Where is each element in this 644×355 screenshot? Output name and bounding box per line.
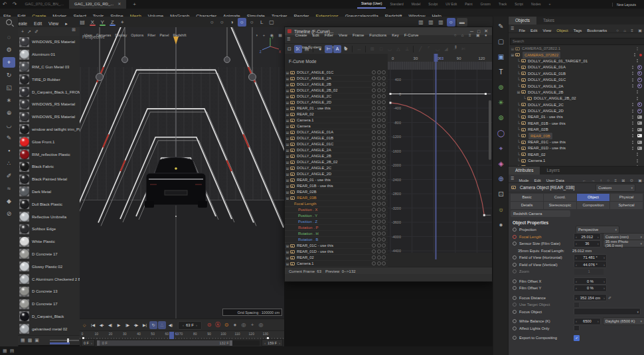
timeline-track[interactable]: ⊞DOLLY_ANGLE_2D	[285, 171, 388, 177]
stepper-up-icon[interactable]: ›	[604, 279, 605, 283]
camera-badge-icon[interactable]	[637, 128, 642, 131]
material-item[interactable]: Dark Metal	[18, 186, 80, 198]
value-stepper[interactable]: ‹352.154 cm›	[574, 294, 607, 301]
playhead[interactable]	[169, 332, 174, 339]
track-toggle-icon[interactable]	[372, 124, 376, 128]
track-toggle-icon[interactable]	[382, 226, 386, 230]
stepper-down-icon[interactable]: ‹	[576, 279, 577, 283]
expander-icon[interactable]: ⊞	[285, 118, 290, 123]
autokey-button[interactable]: Ⓐ	[214, 321, 222, 329]
camera-badge-icon[interactable]	[637, 115, 642, 119]
timeline-scrollbar[interactable]	[489, 100, 491, 160]
track-toggle-icon[interactable]	[372, 166, 376, 170]
record-keyframe-button[interactable]: ⊙	[205, 321, 213, 329]
material-item[interactable]: C Aluminum Checkered 2 B.	[18, 273, 80, 285]
record-position-button[interactable]: ●	[231, 321, 239, 329]
expander-icon[interactable]: ⊞	[285, 154, 290, 159]
material-item[interactable]: Aluminum 01	[18, 48, 80, 61]
document-tab[interactable]: GAC_120_CG_RD_...✕	[69, 0, 126, 9]
timeline-track[interactable]: Rotation . H	[285, 231, 388, 237]
value-stepper[interactable]: ‹0 %›	[574, 277, 607, 285]
add-material-icon[interactable]: +	[21, 29, 24, 34]
expander-icon[interactable]: ⊞	[285, 148, 290, 153]
ease-in-icon[interactable]: ◡	[434, 45, 442, 53]
track-toggle-icon[interactable]	[377, 220, 381, 224]
cube-icon[interactable]: ▣	[495, 51, 507, 62]
timeline-track[interactable]: ⊞REAR_02	[285, 111, 388, 117]
grid-icon[interactable]: ▢	[268, 18, 276, 27]
visibility-dots-icon[interactable]	[632, 72, 633, 73]
keyframe-dot-icon[interactable]	[513, 303, 517, 307]
keyframe-dot-icon[interactable]	[513, 255, 517, 259]
expander-icon[interactable]: ⊞	[285, 106, 290, 111]
snap-l-icon[interactable]: L	[258, 18, 266, 27]
bend-tool[interactable]: ◡	[3, 120, 15, 131]
stepper-up-icon[interactable]: ›	[604, 255, 605, 259]
ease-out-icon[interactable]: ◢	[442, 45, 450, 53]
scale-tool[interactable]: ◱	[3, 82, 15, 93]
anchor-icon[interactable]: ⊥	[403, 45, 411, 53]
record-parameter-button[interactable]: ◎	[257, 321, 265, 329]
material-item[interactable]: RIM_reflective Plastic	[18, 148, 80, 161]
material-item[interactable]: Dull Black Plastic	[18, 198, 80, 210]
objects-menu-item[interactable]: Bookmarks	[584, 27, 609, 35]
cloner-icon[interactable]: ✳	[495, 97, 507, 108]
axis-x-button[interactable]: X	[88, 18, 97, 27]
coordinate-system-icon[interactable]: ⌖	[118, 18, 127, 27]
search-tool[interactable]	[3, 19, 15, 30]
object-tree-row[interactable]: └DOLLY_ANGLE_2C	[509, 102, 644, 107]
material-item[interactable]: Black Painted Metal	[18, 173, 80, 186]
track-toggle-icon[interactable]	[372, 106, 376, 110]
pen-tool[interactable]: ✎	[3, 133, 15, 143]
expander-icon[interactable]: ⊞	[510, 46, 515, 51]
track-toggle-icon[interactable]	[372, 208, 376, 212]
hand-icon[interactable]: ●	[485, 33, 487, 37]
visibility-dots-icon[interactable]	[637, 59, 638, 60]
up-icon[interactable]: ↑	[600, 178, 602, 182]
timeline-track[interactable]: ⊞DOLLY_ANGLE_2A	[285, 76, 388, 82]
range-track[interactable]: 0 F 132 F	[97, 340, 260, 346]
layout-tab[interactable]: Script	[511, 1, 527, 8]
range-end-field[interactable]: ‹159 F›	[262, 339, 283, 346]
object-tree-row[interactable]: └Camera.1	[509, 158, 644, 164]
timeline-track[interactable]: ⊞Camera.1	[285, 261, 388, 267]
track-toggle-icon[interactable]	[372, 178, 376, 182]
visibility-dots-icon[interactable]	[632, 78, 633, 80]
grid-view-icon[interactable]: ▩	[28, 338, 33, 343]
undo-icon[interactable]: ↶	[3, 0, 7, 9]
track-toggle-icon[interactable]	[382, 220, 386, 224]
category-tab[interactable]: Physical	[610, 194, 643, 201]
timeline-track[interactable]: ⊞DOLLY_ANGLE_01B	[285, 135, 388, 141]
timeline-track[interactable]: ⊞REAR_01D - use this	[285, 249, 388, 255]
track-toggle-icon[interactable]	[377, 214, 381, 218]
points-tool[interactable]: ∴	[3, 158, 15, 169]
track-toggle-icon[interactable]	[372, 136, 376, 140]
icon-view-icon[interactable]: ▣	[35, 338, 39, 343]
track-toggle-icon[interactable]	[372, 76, 376, 80]
keyframe-dot-icon[interactable]	[513, 263, 517, 267]
track-toggle-icon[interactable]	[382, 106, 386, 110]
dropdown-select[interactable]: 35 mm Photo (36.0 mm)▾	[603, 240, 644, 248]
track-toggle-icon[interactable]	[382, 124, 386, 128]
pen-icon[interactable]: ✎	[495, 21, 507, 32]
track-toggle-icon[interactable]	[372, 118, 376, 122]
filter-icon[interactable]: ≡	[614, 178, 617, 182]
track-toggle-icon[interactable]	[372, 244, 376, 248]
home-icon[interactable]: ⌂	[623, 29, 626, 33]
text-icon[interactable]: T	[495, 66, 507, 78]
timeline-menu-item[interactable]: Edit	[309, 31, 321, 39]
track-toggle-icon[interactable]	[377, 184, 381, 188]
track-toggle-icon[interactable]	[382, 261, 386, 265]
expander-icon[interactable]: ⊞	[285, 160, 290, 165]
filter-icon[interactable]: ≡	[469, 33, 471, 37]
value-stepper[interactable]: ‹71.481 °›	[574, 254, 607, 261]
timeline-track[interactable]: ⊞REAR_01C - use this	[285, 243, 388, 249]
track-toggle-icon[interactable]	[372, 184, 376, 188]
object-tree-row[interactable]: ⊞DOLLY_ANGLE_2B	[509, 89, 644, 95]
expander-icon[interactable]: ⊞	[285, 94, 290, 99]
expander-icon[interactable]: ⊞	[510, 52, 515, 57]
object-tree-row[interactable]: └DOLLY_ANGLE_01B	[509, 70, 644, 76]
category-tab[interactable]: Spherical	[610, 202, 643, 209]
layout-tab[interactable]: Standard	[386, 1, 407, 8]
home-icon[interactable]: ⌂	[461, 33, 464, 37]
